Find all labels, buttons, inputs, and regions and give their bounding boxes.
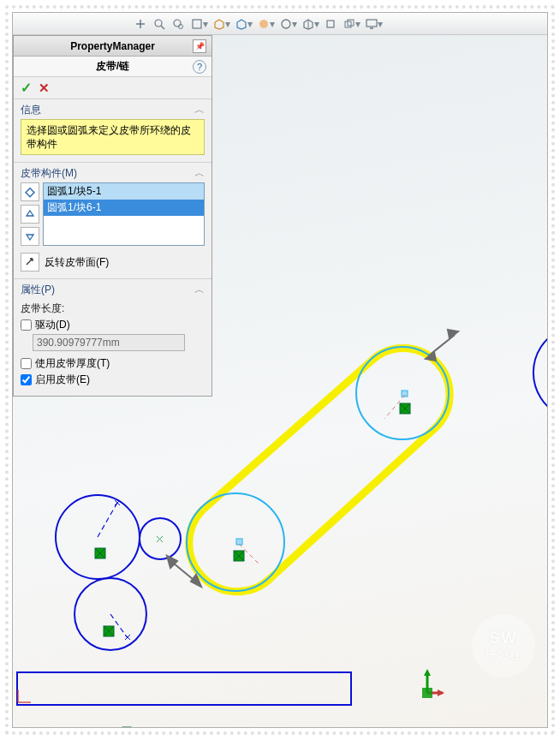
property-manager-panel: PropertyManager 📌 皮带/链 ? ✓ ✕ 信息 ︿ 选择圆或圆弧… — [13, 35, 212, 397]
sketch-circle[interactable] — [74, 578, 146, 650]
svg-line-38 — [110, 614, 128, 638]
svg-line-27 — [104, 626, 114, 636]
svg-marker-18 — [191, 575, 201, 587]
svg-marker-52 — [438, 689, 444, 696]
svg-line-1 — [161, 26, 164, 29]
svg-line-26 — [104, 626, 114, 636]
flip-label: 反转皮带面(F) — [45, 255, 109, 270]
svg-rect-13 — [26, 188, 34, 197]
chevron-down-icon[interactable]: ▾ — [225, 18, 230, 30]
members-section: 皮带构件(M) ︿ 圆弧1/块5-1 圆弧1/块6-1 反转皮带面(F) — [14, 163, 211, 279]
info-text: 选择圆或圆弧来定义皮带所环绕的皮带构件 — [21, 119, 205, 155]
chevron-down-icon[interactable]: ▾ — [378, 18, 383, 30]
svg-line-45 — [125, 635, 130, 640]
thickness-checkbox[interactable]: 使用皮带厚度(T) — [21, 356, 205, 371]
enable-checkbox-input[interactable] — [21, 374, 32, 385]
list-item[interactable]: 圆弧1/块6-1 — [44, 200, 204, 216]
zoom-fit-icon[interactable] — [133, 16, 148, 32]
watermark: SW 研习社 — [472, 614, 535, 677]
feature-title: 皮带/链 — [96, 59, 129, 74]
svg-line-46 — [125, 635, 130, 640]
block-origin-icon — [95, 548, 105, 558]
svg-line-41 — [115, 500, 120, 505]
pulley-circle-6[interactable] — [356, 347, 449, 439]
ok-button[interactable]: ✓ — [21, 80, 32, 96]
drag-handle[interactable] — [426, 330, 458, 361]
chevron-down-icon[interactable]: ▾ — [355, 18, 360, 30]
svg-point-0 — [155, 20, 162, 27]
svg-point-5 — [259, 20, 268, 28]
drag-handle[interactable] — [167, 556, 201, 587]
chevron-down-icon[interactable]: ▾ — [314, 18, 319, 30]
svg-rect-53 — [422, 688, 432, 698]
svg-point-2 — [174, 20, 181, 27]
center-point-icon — [236, 539, 242, 545]
svg-line-24 — [95, 548, 105, 558]
svg-line-30 — [234, 551, 244, 561]
svg-line-42 — [115, 500, 120, 505]
svg-line-29 — [234, 551, 244, 561]
move-down-button[interactable] — [21, 227, 39, 246]
center-point-icon — [402, 391, 408, 397]
drive-checkbox[interactable]: 驱动(D) — [21, 318, 205, 332]
svg-rect-4 — [193, 20, 201, 28]
svg-line-16 — [169, 559, 198, 583]
belt-length-input — [33, 334, 185, 351]
sketch-circle[interactable] — [56, 495, 140, 579]
props-section: 属性(P) ︿ 皮带长度: 驱动(D) 使用皮带厚度(T) 启用皮带(E) — [14, 279, 211, 396]
info-section-head: 信息 — [21, 103, 41, 117]
thickness-checkbox-input[interactable] — [21, 358, 32, 369]
svg-rect-31 — [400, 403, 410, 414]
belt-path — [189, 348, 450, 591]
svg-marker-50 — [424, 669, 431, 676]
members-section-head: 皮带构件(M) — [21, 166, 77, 181]
props-section-head: 属性(P) — [21, 283, 55, 297]
svg-marker-20 — [426, 352, 436, 361]
drive-checkbox-input[interactable] — [21, 319, 32, 331]
svg-rect-28 — [234, 551, 244, 561]
view-toolbar: ▾ ▾ ▾ ▾ ▾ ▾ ▾ ▾ — [13, 13, 547, 35]
chevron-down-icon[interactable]: ▾ — [270, 18, 275, 30]
front-view-icon[interactable] — [323, 16, 338, 32]
collapse-icon[interactable]: ︿ — [194, 103, 205, 117]
flip-face-button[interactable] — [21, 253, 39, 272]
svg-line-23 — [95, 548, 105, 558]
chevron-down-icon[interactable]: ▾ — [247, 18, 253, 30]
pulley-circle-5[interactable] — [187, 493, 284, 591]
chevron-down-icon[interactable]: ▾ — [203, 18, 208, 30]
members-listbox[interactable]: 圆弧1/块5-1 圆弧1/块6-1 — [43, 182, 205, 246]
pm-title: PropertyManager — [33, 40, 193, 52]
sketch-rectangle[interactable] — [17, 672, 351, 705]
svg-line-43 — [157, 536, 163, 542]
enable-checkbox[interactable]: 启用皮带(E) — [21, 373, 205, 387]
info-section: 信息 ︿ 选择圆或圆弧来定义皮带所环绕的皮带构件 — [14, 99, 211, 163]
svg-line-40 — [384, 395, 405, 419]
chevron-down-icon[interactable]: ▾ — [292, 18, 297, 30]
svg-line-44 — [157, 536, 163, 542]
view-triad[interactable] — [410, 667, 444, 701]
svg-line-15 — [271, 427, 436, 577]
svg-marker-21 — [448, 330, 458, 338]
block-origin-icon — [234, 551, 244, 561]
belt-length-label: 皮带长度: — [21, 301, 205, 316]
move-up-button[interactable] — [21, 205, 39, 224]
collapse-icon[interactable]: ︿ — [194, 166, 205, 181]
block-origin-icon — [400, 403, 410, 414]
cancel-button[interactable]: ✕ — [39, 81, 50, 96]
collapse-icon[interactable]: ︿ — [194, 283, 205, 297]
zoom-area-icon[interactable] — [152, 16, 167, 32]
help-icon[interactable]: ? — [193, 60, 206, 74]
svg-line-33 — [400, 403, 410, 414]
diamond-icon[interactable] — [21, 182, 39, 201]
sketch-arc[interactable] — [533, 330, 548, 415]
svg-marker-17 — [167, 556, 177, 568]
list-item[interactable]: 圆弧1/块5-1 — [44, 183, 204, 200]
sketch-circle[interactable] — [140, 518, 181, 559]
zoom-prev-icon[interactable] — [170, 16, 186, 32]
svg-line-37 — [98, 503, 117, 537]
svg-line-39 — [239, 544, 259, 564]
svg-rect-25 — [104, 626, 114, 636]
pin-icon[interactable]: 📌 — [193, 39, 206, 53]
svg-rect-22 — [95, 548, 105, 558]
svg-line-32 — [400, 403, 410, 414]
